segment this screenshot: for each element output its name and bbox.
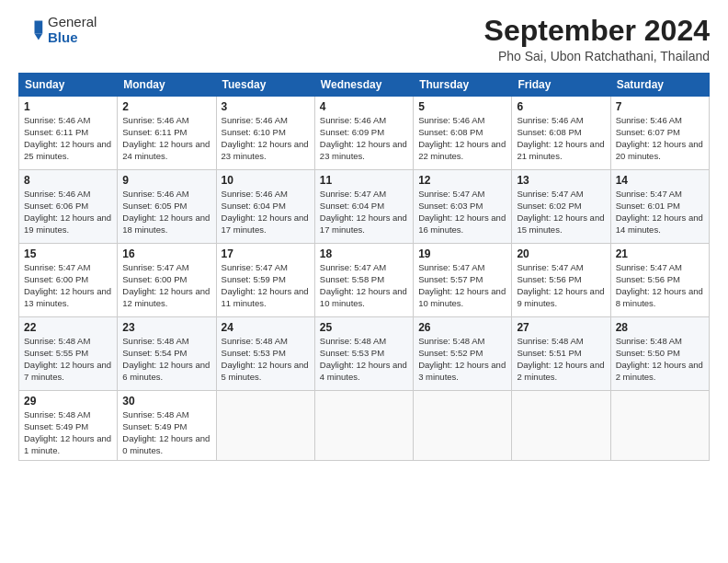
day-info: Sunrise: 5:46 AMSunset: 6:11 PMDaylight:… — [122, 115, 210, 162]
day-number: 7 — [616, 100, 704, 113]
day-number: 11 — [320, 174, 408, 187]
day-header-sunday: Sunday — [19, 74, 118, 97]
day-number: 17 — [222, 247, 310, 260]
calendar-cell: 9Sunrise: 5:46 AMSunset: 6:05 PMDaylight… — [118, 170, 216, 244]
day-number: 28 — [616, 321, 704, 334]
day-info: Sunrise: 5:48 AMSunset: 5:52 PMDaylight:… — [418, 336, 506, 383]
calendar-cell: 24Sunrise: 5:48 AMSunset: 5:53 PMDayligh… — [216, 317, 314, 391]
calendar-cell: 7Sunrise: 5:46 AMSunset: 6:07 PMDaylight… — [610, 97, 709, 170]
svg-marker-1 — [35, 20, 43, 33]
day-number: 4 — [320, 100, 408, 113]
calendar-cell — [512, 391, 610, 461]
calendar-cell: 17Sunrise: 5:47 AMSunset: 5:59 PMDayligh… — [216, 244, 314, 317]
day-info: Sunrise: 5:47 AMSunset: 5:56 PMDaylight:… — [517, 262, 605, 309]
calendar-cell: 20Sunrise: 5:47 AMSunset: 5:56 PMDayligh… — [512, 244, 610, 317]
day-info: Sunrise: 5:47 AMSunset: 6:00 PMDaylight:… — [122, 262, 210, 309]
day-info: Sunrise: 5:47 AMSunset: 5:56 PMDaylight:… — [616, 262, 704, 309]
day-info: Sunrise: 5:47 AMSunset: 6:03 PMDaylight:… — [418, 189, 506, 236]
day-number: 25 — [320, 321, 408, 334]
day-info: Sunrise: 5:48 AMSunset: 5:53 PMDaylight:… — [320, 336, 408, 383]
day-number: 22 — [24, 321, 112, 334]
day-info: Sunrise: 5:47 AMSunset: 6:01 PMDaylight:… — [616, 189, 704, 236]
month-title: September 2024 — [484, 15, 710, 47]
calendar-cell: 19Sunrise: 5:47 AMSunset: 5:57 PMDayligh… — [414, 244, 512, 317]
logo: General Blue — [18, 15, 97, 45]
day-info: Sunrise: 5:46 AMSunset: 6:10 PMDaylight:… — [222, 115, 310, 162]
day-number: 18 — [320, 247, 408, 260]
calendar-cell: 25Sunrise: 5:48 AMSunset: 5:53 PMDayligh… — [314, 317, 413, 391]
day-number: 21 — [616, 247, 704, 260]
calendar-cell: 26Sunrise: 5:48 AMSunset: 5:52 PMDayligh… — [414, 317, 512, 391]
day-info: Sunrise: 5:47 AMSunset: 5:58 PMDaylight:… — [320, 262, 408, 309]
calendar-cell: 14Sunrise: 5:47 AMSunset: 6:01 PMDayligh… — [610, 170, 709, 244]
day-info: Sunrise: 5:48 AMSunset: 5:54 PMDaylight:… — [122, 336, 210, 383]
day-info: Sunrise: 5:46 AMSunset: 6:09 PMDaylight:… — [320, 115, 408, 162]
day-number: 8 — [24, 174, 112, 187]
day-info: Sunrise: 5:46 AMSunset: 6:08 PMDaylight:… — [418, 115, 506, 162]
calendar: SundayMondayTuesdayWednesdayThursdayFrid… — [18, 73, 710, 461]
title-section: September 2024 Pho Sai, Ubon Ratchathani… — [484, 15, 710, 63]
day-header-saturday: Saturday — [610, 74, 709, 97]
day-number: 20 — [517, 247, 605, 260]
calendar-cell: 28Sunrise: 5:48 AMSunset: 5:50 PMDayligh… — [610, 317, 709, 391]
day-number: 27 — [517, 321, 605, 334]
calendar-cell: 13Sunrise: 5:47 AMSunset: 6:02 PMDayligh… — [512, 170, 610, 244]
day-info: Sunrise: 5:48 AMSunset: 5:55 PMDaylight:… — [24, 336, 112, 383]
calendar-cell: 11Sunrise: 5:47 AMSunset: 6:04 PMDayligh… — [314, 170, 413, 244]
calendar-cell: 29Sunrise: 5:48 AMSunset: 5:49 PMDayligh… — [19, 391, 118, 461]
day-info: Sunrise: 5:46 AMSunset: 6:05 PMDaylight:… — [122, 189, 210, 236]
calendar-cell — [216, 391, 314, 461]
day-info: Sunrise: 5:48 AMSunset: 5:49 PMDaylight:… — [122, 409, 210, 456]
calendar-cell: 18Sunrise: 5:47 AMSunset: 5:58 PMDayligh… — [314, 244, 413, 317]
day-info: Sunrise: 5:46 AMSunset: 6:08 PMDaylight:… — [517, 115, 605, 162]
day-info: Sunrise: 5:47 AMSunset: 5:59 PMDaylight:… — [222, 262, 310, 309]
calendar-cell: 6Sunrise: 5:46 AMSunset: 6:08 PMDaylight… — [512, 97, 610, 170]
logo-icon — [18, 17, 44, 43]
day-info: Sunrise: 5:48 AMSunset: 5:49 PMDaylight:… — [24, 409, 112, 456]
day-number: 19 — [418, 247, 506, 260]
calendar-cell: 1Sunrise: 5:46 AMSunset: 6:11 PMDaylight… — [19, 97, 118, 170]
day-info: Sunrise: 5:48 AMSunset: 5:51 PMDaylight:… — [517, 336, 605, 383]
day-number: 3 — [222, 100, 310, 113]
day-info: Sunrise: 5:48 AMSunset: 5:50 PMDaylight:… — [616, 336, 704, 383]
day-info: Sunrise: 5:46 AMSunset: 6:06 PMDaylight:… — [24, 189, 112, 236]
day-info: Sunrise: 5:47 AMSunset: 5:57 PMDaylight:… — [418, 262, 506, 309]
calendar-cell: 15Sunrise: 5:47 AMSunset: 6:00 PMDayligh… — [19, 244, 118, 317]
day-number: 6 — [517, 100, 605, 113]
day-number: 26 — [418, 321, 506, 334]
day-info: Sunrise: 5:46 AMSunset: 6:07 PMDaylight:… — [616, 115, 704, 162]
calendar-cell: 30Sunrise: 5:48 AMSunset: 5:49 PMDayligh… — [118, 391, 216, 461]
day-info: Sunrise: 5:46 AMSunset: 6:04 PMDaylight:… — [222, 189, 310, 236]
calendar-cell: 22Sunrise: 5:48 AMSunset: 5:55 PMDayligh… — [19, 317, 118, 391]
logo-general-text: General — [48, 15, 97, 30]
day-header-thursday: Thursday — [414, 74, 512, 97]
calendar-cell: 27Sunrise: 5:48 AMSunset: 5:51 PMDayligh… — [512, 317, 610, 391]
logo-blue-text: Blue — [48, 30, 97, 46]
calendar-cell — [414, 391, 512, 461]
calendar-cell — [610, 391, 709, 461]
day-number: 13 — [517, 174, 605, 187]
day-info: Sunrise: 5:48 AMSunset: 5:53 PMDaylight:… — [222, 336, 310, 383]
day-header-monday: Monday — [118, 74, 216, 97]
day-number: 14 — [616, 174, 704, 187]
day-number: 30 — [122, 395, 210, 408]
day-number: 12 — [418, 174, 506, 187]
day-number: 5 — [418, 100, 506, 113]
day-number: 16 — [122, 247, 210, 260]
day-number: 29 — [24, 395, 112, 408]
calendar-cell: 5Sunrise: 5:46 AMSunset: 6:08 PMDaylight… — [414, 97, 512, 170]
day-header-wednesday: Wednesday — [314, 74, 413, 97]
day-info: Sunrise: 5:47 AMSunset: 6:02 PMDaylight:… — [517, 189, 605, 236]
calendar-cell: 8Sunrise: 5:46 AMSunset: 6:06 PMDaylight… — [19, 170, 118, 244]
calendar-cell: 23Sunrise: 5:48 AMSunset: 5:54 PMDayligh… — [118, 317, 216, 391]
day-number: 10 — [222, 174, 310, 187]
calendar-cell: 12Sunrise: 5:47 AMSunset: 6:03 PMDayligh… — [414, 170, 512, 244]
day-number: 9 — [122, 174, 210, 187]
day-header-friday: Friday — [512, 74, 610, 97]
calendar-cell — [314, 391, 413, 461]
day-number: 23 — [122, 321, 210, 334]
calendar-cell: 2Sunrise: 5:46 AMSunset: 6:11 PMDaylight… — [118, 97, 216, 170]
calendar-cell: 10Sunrise: 5:46 AMSunset: 6:04 PMDayligh… — [216, 170, 314, 244]
day-info: Sunrise: 5:47 AMSunset: 6:00 PMDaylight:… — [24, 262, 112, 309]
day-number: 15 — [24, 247, 112, 260]
